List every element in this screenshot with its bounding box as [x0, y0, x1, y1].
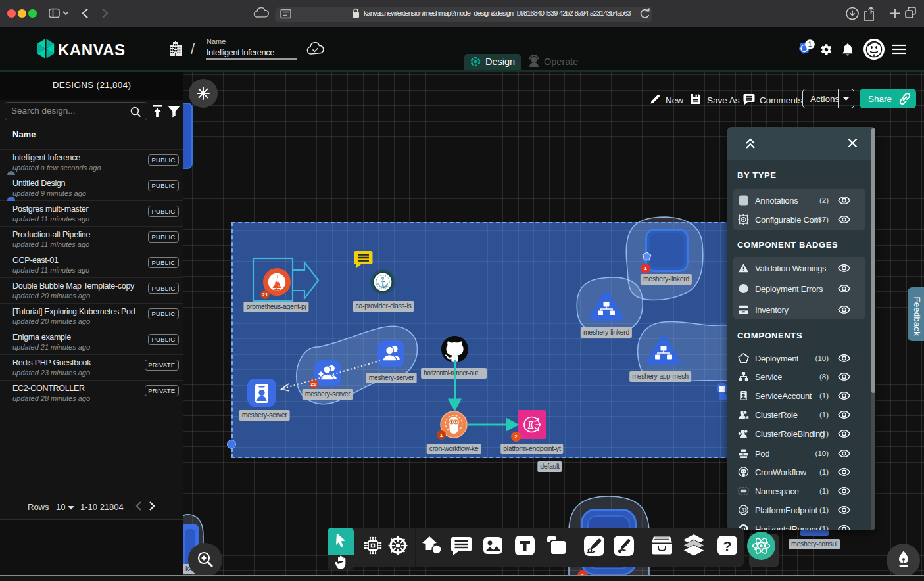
svg-text:⚓: ⚓ [377, 277, 389, 289]
svg-text:1: 1 [808, 41, 812, 48]
svg-text:?: ? [723, 538, 732, 553]
svg-text:KANVAS: KANVAS [58, 41, 126, 58]
